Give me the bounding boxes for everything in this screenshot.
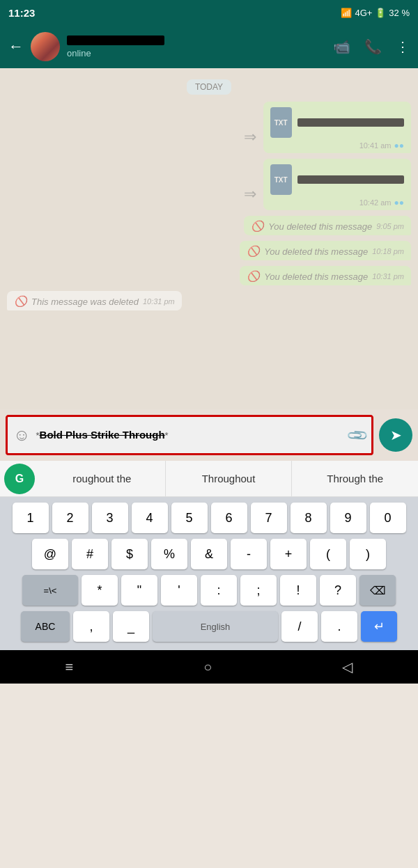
chat-area: TODAY ⇒ TXT 10:41 am ●● ⇒ TXT bbox=[0, 68, 418, 409]
nav-back-icon[interactable]: ◁ bbox=[342, 658, 353, 675]
deleted-icon-2: 🚫 bbox=[247, 245, 260, 258]
key-question[interactable]: ? bbox=[320, 575, 356, 606]
key-6[interactable]: 6 bbox=[211, 503, 247, 533]
key-1[interactable]: 1 bbox=[13, 503, 49, 533]
send-button[interactable]: ➤ bbox=[379, 418, 412, 452]
header-icons: 📹 📞 ⋮ bbox=[333, 38, 410, 55]
msg-time-2: 10:42 am bbox=[359, 198, 392, 207]
asterisk-end: * bbox=[165, 430, 169, 441]
key-hash[interactable]: # bbox=[72, 539, 108, 569]
status-icons: 📶 4G+ 🔋 32 % bbox=[341, 8, 410, 18]
deleted-time-1: 9:05 pm bbox=[376, 222, 404, 230]
key-0[interactable]: 0 bbox=[370, 503, 406, 533]
deleted-text-2: You deleted this message bbox=[264, 246, 368, 257]
keyboard-symbol-row2: =\< * " ' : ; ! ? ⌫ bbox=[3, 575, 415, 606]
key-7[interactable]: 7 bbox=[251, 503, 287, 533]
key-openparen[interactable]: ( bbox=[310, 539, 346, 569]
key-amp[interactable]: & bbox=[191, 539, 227, 569]
deleted-time-2: 10:18 pm bbox=[372, 247, 404, 255]
key-abc[interactable]: ABC bbox=[21, 611, 70, 642]
file-icon-txt: TXT bbox=[270, 107, 292, 138]
key-exclaim[interactable]: ! bbox=[280, 575, 316, 606]
key-3[interactable]: 3 bbox=[92, 503, 128, 533]
autocomplete-item-2[interactable]: Throughout bbox=[166, 461, 293, 496]
menu-button[interactable]: ⋮ bbox=[396, 38, 410, 55]
contact-info[interactable]: online bbox=[67, 35, 326, 58]
key-dquote[interactable]: " bbox=[121, 575, 157, 606]
forward-icon-2[interactable]: ⇒ bbox=[244, 185, 256, 203]
key-asterisk[interactable]: * bbox=[82, 575, 118, 606]
avatar[interactable] bbox=[31, 32, 60, 61]
deleted-message-1: 🚫 You deleted this message 9:05 pm bbox=[244, 216, 411, 235]
autocomplete-bar: G roughout the Throughout Through the bbox=[0, 461, 418, 497]
avatar-image bbox=[31, 32, 60, 61]
key-slash[interactable]: / bbox=[281, 611, 318, 642]
key-5[interactable]: 5 bbox=[171, 503, 208, 533]
backspace-key[interactable]: ⌫ bbox=[359, 575, 396, 606]
deleted-message-3: 🚫 You deleted this message 10:31 pm bbox=[240, 266, 411, 285]
key-underscore[interactable]: _ bbox=[113, 611, 149, 642]
msg-ticks-1: ●● bbox=[394, 141, 405, 150]
video-call-button[interactable]: 📹 bbox=[333, 38, 350, 55]
contact-status: online bbox=[67, 48, 326, 58]
key-at[interactable]: @ bbox=[32, 539, 68, 569]
key-dollar[interactable]: $ bbox=[111, 539, 148, 569]
file-message-1: TXT 10:41 am ●● bbox=[263, 102, 411, 153]
status-time: 11:23 bbox=[8, 7, 35, 19]
deleted-text-1: You deleted this message bbox=[268, 221, 372, 232]
key-percent[interactable]: % bbox=[151, 539, 187, 569]
nav-home-icon[interactable]: ○ bbox=[203, 659, 212, 675]
back-button[interactable]: ← bbox=[8, 38, 24, 56]
call-button[interactable]: 📞 bbox=[364, 38, 382, 55]
table-row: 🚫 You deleted this message 10:18 pm bbox=[7, 241, 411, 260]
key-space[interactable]: English bbox=[153, 611, 278, 642]
deleted-time-3: 10:31 pm bbox=[372, 272, 404, 281]
message-input-area[interactable]: ☺ *Bold Plus Strike Through* 📎 bbox=[6, 415, 373, 455]
deleted-message-2: 🚫 You deleted this message 10:18 pm bbox=[240, 241, 411, 260]
deleted-text-in: This message was deleted bbox=[31, 297, 139, 307]
key-4[interactable]: 4 bbox=[132, 503, 168, 533]
keyboard: 1 2 3 4 5 6 7 8 9 0 @ # $ % & - + ( ) =\… bbox=[0, 497, 418, 650]
contact-name-redacted bbox=[67, 35, 164, 45]
network-type: 4G+ bbox=[355, 8, 372, 18]
key-8[interactable]: 8 bbox=[291, 503, 327, 533]
attach-button[interactable]: 📎 bbox=[345, 423, 369, 448]
battery-icon: 🔋 bbox=[375, 8, 386, 18]
emoji-button[interactable]: ☺ bbox=[13, 425, 31, 445]
key-comma[interactable]: , bbox=[73, 611, 109, 642]
battery-level: 32 % bbox=[389, 8, 410, 18]
file-icon-txt-2: TXT bbox=[270, 164, 292, 195]
file-name-redacted bbox=[297, 118, 404, 127]
key-colon[interactable]: : bbox=[201, 575, 237, 606]
key-plus[interactable]: + bbox=[270, 539, 307, 569]
table-row: 🚫 This message was deleted 10:31 pm bbox=[7, 291, 411, 310]
table-row: ⇒ TXT 10:41 am ●● bbox=[7, 102, 411, 153]
msg-time-1: 10:41 am bbox=[359, 141, 392, 150]
key-period[interactable]: . bbox=[321, 611, 357, 642]
keyboard-symbol-row1: @ # $ % & - + ( ) bbox=[3, 539, 415, 569]
signal-icon: 📶 bbox=[341, 8, 352, 18]
deleted-icon-3: 🚫 bbox=[247, 270, 260, 283]
key-closeparen[interactable]: ) bbox=[350, 539, 386, 569]
message-input[interactable]: *Bold Plus Strike Through* bbox=[36, 427, 343, 442]
table-row: 🚫 You deleted this message 9:05 pm bbox=[7, 216, 411, 235]
keyboard-bottom-row: ABC , _ English / . ↵ bbox=[3, 611, 415, 642]
key-squote[interactable]: ' bbox=[161, 575, 197, 606]
status-bar: 11:23 📶 4G+ 🔋 32 % bbox=[0, 0, 418, 25]
deleted-icon-1: 🚫 bbox=[251, 220, 264, 232]
key-enter[interactable]: ↵ bbox=[361, 611, 397, 642]
bold-strike-text: Bold Plus Strike Through bbox=[40, 429, 165, 441]
key-minus[interactable]: - bbox=[231, 539, 267, 569]
forward-icon[interactable]: ⇒ bbox=[244, 128, 256, 146]
key-more-symbols[interactable]: =\< bbox=[22, 575, 78, 606]
key-9[interactable]: 9 bbox=[330, 503, 366, 533]
autocomplete-item-1[interactable]: roughout the bbox=[39, 461, 166, 496]
keyboard-number-row: 1 2 3 4 5 6 7 8 9 0 bbox=[3, 503, 415, 533]
file-name-redacted-2 bbox=[297, 175, 404, 184]
nav-menu-icon[interactable]: ≡ bbox=[65, 659, 74, 675]
date-badge: TODAY bbox=[187, 79, 231, 95]
key-semicolon[interactable]: ; bbox=[240, 575, 277, 606]
deleted-text-3: You deleted this message bbox=[264, 271, 368, 282]
autocomplete-item-3[interactable]: Through the bbox=[292, 461, 418, 496]
key-2[interactable]: 2 bbox=[52, 503, 88, 533]
